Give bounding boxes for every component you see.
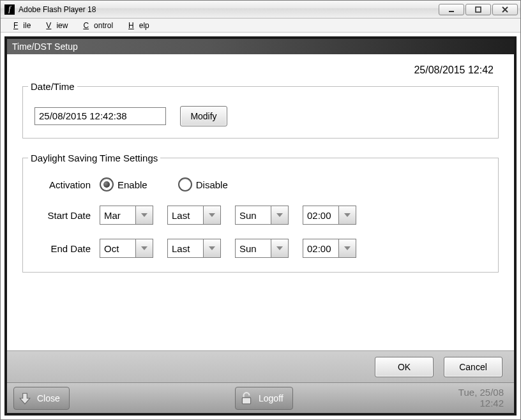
end-time-select[interactable]: 02:00 [303,239,356,258]
datetime-legend: Date/Time [28,81,77,92]
app-window: f Adobe Flash Player 18 File View Contro… [0,0,521,420]
panel-title: Time/DST Setup [7,39,514,54]
radio-dot-icon [100,177,114,191]
start-week-value: Last [167,206,203,225]
dropdown-arrow [338,239,356,258]
content-area: 25/08/2015 12:42 Date/Time 25/08/2015 12… [7,54,514,350]
start-date-row: Start Date Mar Last Sun [34,206,487,225]
start-month-value: Mar [100,206,135,225]
chevron-down-icon [275,244,284,253]
chevron-down-icon [343,211,352,220]
start-week-select[interactable]: Last [167,206,221,225]
maximize-icon [474,6,482,13]
end-week-value: Last [167,239,203,258]
start-time-value: 02:00 [303,206,338,225]
dropdown-arrow [338,206,356,225]
menu-view[interactable]: View [36,20,73,31]
chevron-down-icon [140,211,149,220]
modify-button[interactable]: Modify [180,106,227,126]
flash-icon: f [4,4,15,15]
start-time-select[interactable]: 02:00 [303,206,356,225]
maximize-button[interactable] [465,4,491,15]
close-button[interactable]: Close [13,387,70,410]
end-time-value: 02:00 [303,239,338,258]
disable-label: Disable [196,179,228,190]
inner-frame: Time/DST Setup 25/08/2015 12:42 Date/Tim… [4,36,517,416]
status-clock: Tue, 25/08 12:42 [458,387,508,409]
dst-group: Daylight Saving Time Settings Activation… [22,153,499,273]
close-icon [501,6,509,13]
cancel-button[interactable]: Cancel [444,357,502,377]
dropdown-arrow [135,206,153,225]
dropdown-arrow [271,239,289,258]
close-label: Close [37,393,60,403]
status-bar: Close Logoff Tue, 25/08 12:42 [7,382,514,413]
start-month-select[interactable]: Mar [100,206,153,225]
arrow-down-icon [18,391,32,405]
chevron-down-icon [275,211,284,220]
svg-rect-0 [449,11,454,12]
minimize-icon [448,6,455,13]
end-week-select[interactable]: Last [167,239,221,258]
end-month-value: Oct [100,239,135,258]
title-bar: f Adobe Flash Player 18 [1,1,520,19]
start-day-value: Sun [235,206,271,225]
logoff-label: Logoff [259,393,283,403]
header-clock: 25/08/2015 12:42 [22,62,499,81]
menu-help[interactable]: Help [118,20,155,31]
enable-label: Enable [117,179,147,190]
lock-open-icon [239,391,253,405]
menu-file[interactable]: File [3,20,36,31]
client-area: Time/DST Setup 25/08/2015 12:42 Date/Tim… [1,33,520,419]
radio-disable[interactable]: Disable [178,177,228,191]
status-date: Tue, 25/08 [458,387,504,398]
menu-control[interactable]: Control [73,20,118,31]
ok-button[interactable]: OK [375,357,434,377]
svg-rect-2 [242,397,250,403]
datetime-group: Date/Time 25/08/2015 12:42:38 Modify [22,81,499,139]
chevron-down-icon [208,211,216,220]
start-date-label: Start Date [34,210,100,221]
end-day-select[interactable]: Sun [235,239,289,258]
end-month-select[interactable]: Oct [100,239,153,258]
end-date-row: End Date Oct Last Sun [34,239,487,258]
chevron-down-icon [140,244,149,253]
end-date-label: End Date [34,243,100,254]
window-controls [439,4,518,15]
dropdown-arrow [135,239,153,258]
window-title: Adobe Flash Player 18 [19,5,439,14]
close-window-button[interactable] [492,4,518,15]
activation-row: Activation Enable Disable [34,177,487,191]
chevron-down-icon [208,244,216,253]
activation-label: Activation [34,179,100,190]
start-day-select[interactable]: Sun [235,206,289,225]
logoff-button[interactable]: Logoff [235,387,293,410]
menu-bar: File View Control Help [1,19,520,33]
dropdown-arrow [203,239,221,258]
minimize-button[interactable] [439,4,464,15]
dropdown-arrow [271,206,289,225]
chevron-down-icon [343,244,352,253]
radio-dot-icon [178,177,192,191]
dialog-footer: OK Cancel [7,350,514,382]
radio-enable[interactable]: Enable [100,177,147,191]
dropdown-arrow [203,206,221,225]
status-time: 12:42 [458,398,504,409]
dst-legend: Daylight Saving Time Settings [28,153,160,163]
datetime-input[interactable]: 25/08/2015 12:42:38 [34,107,166,125]
svg-rect-1 [476,7,481,12]
end-day-value: Sun [235,239,271,258]
